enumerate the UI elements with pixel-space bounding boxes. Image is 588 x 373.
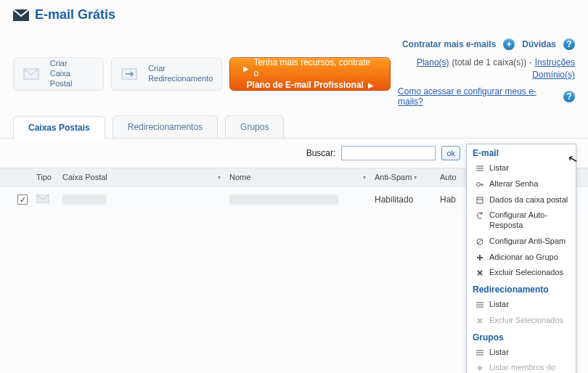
blurred-name (229, 194, 338, 205)
search-label: Buscar: (306, 148, 336, 158)
orange-line1: Tenha mais recursos, contrate o (253, 57, 377, 80)
reload-icon (475, 211, 484, 220)
menu-grupos-item-label: Listar membros do grupo (489, 363, 570, 373)
tab-caixas-postais[interactable]: Caixas Postais (13, 116, 105, 139)
sort-icon: ▾ (218, 174, 221, 181)
menu-section-email: E-mail (467, 144, 576, 160)
plus-icon (475, 364, 484, 372)
menu-email-item-0[interactable]: Listar (467, 160, 576, 176)
col-tipo[interactable]: Tipo (32, 173, 58, 181)
arrow-right-icon: ▶ (243, 64, 249, 73)
criar-caixa-line1: Criar (50, 59, 94, 69)
upgrade-plan-card[interactable]: ▶ Tenha mais recursos, contrate o Plano … (229, 57, 391, 91)
col-nome[interactable]: Nome▾ (225, 173, 370, 181)
block-icon (475, 237, 484, 246)
actions-row: Criar Caixa Postal Criar Redirecionament… (0, 57, 588, 111)
top-bar: Contratar mais e-mails + Dúvidas ? (0, 36, 588, 57)
menu-redir-item-label: Listar (489, 300, 570, 310)
menu-email-item-5[interactable]: Adicionar ao Grupo (467, 250, 576, 266)
menu-email-item-label: Adicionar ao Grupo (489, 253, 570, 263)
plus-icon (475, 253, 484, 262)
menu-email-item-label: Alterar Senha (489, 179, 570, 189)
menu-email-item-label: Listar (489, 163, 570, 173)
menu-section-redir: Redirecionamento (467, 281, 576, 297)
menu-redir-item-1: Excluir Selecionados (467, 313, 576, 329)
key-icon (475, 180, 484, 189)
como-acessar-link[interactable]: Como acessar e configurar meus e-mails? (398, 86, 560, 107)
search-input[interactable] (341, 146, 436, 160)
duvidas-label: Dúvidas (522, 39, 556, 49)
list-icon (475, 300, 484, 309)
page-title: E-mail Grátis (35, 7, 115, 22)
delete-icon (475, 269, 484, 277)
page-header: E-mail Grátis (0, 0, 588, 36)
envelope-add-icon (23, 64, 43, 84)
sort-icon: ▾ (414, 174, 417, 181)
menu-redir-item-0[interactable]: Listar (467, 297, 576, 313)
mail-icon (36, 195, 49, 205)
menu-grupos-item-label: Listar (489, 348, 570, 358)
col-anti-spam[interactable]: Anti-Spam▾ (370, 173, 436, 181)
menu-email-item-label: Configurar Anti-Spam (489, 237, 570, 247)
delete-icon (475, 316, 484, 325)
more-actions-menu: E-mail ListarAlterar SenhaDados da caixa… (466, 144, 576, 373)
row-checkbox[interactable] (17, 194, 28, 205)
svg-point-7 (477, 182, 481, 186)
right-links: Plano(s) (total de 1 caixa(s)) - Instruç… (398, 57, 575, 107)
arrow-right-icon: ▶ (368, 81, 374, 90)
criar-redir-card[interactable]: Criar Redirecionamento (111, 57, 222, 91)
tabs: Caixas Postais Redirecionamentos Grupos (0, 111, 588, 139)
help-icon[interactable]: ? (563, 38, 575, 50)
criar-redir-line1: Criar (148, 64, 213, 74)
menu-email-item-6[interactable]: Excluir Selecionados (467, 265, 576, 281)
menu-email-item-3[interactable]: Configurar Auto-Resposta (467, 208, 576, 234)
contratar-link[interactable]: Contratar mais e-mails (402, 39, 496, 49)
menu-grupos-item-0[interactable]: Listar (467, 345, 576, 361)
menu-redir-item-label: Excluir Selecionados (489, 316, 570, 326)
tab-grupos[interactable]: Grupos (225, 115, 284, 138)
orange-line2: Plano de E-mail Profissional (247, 80, 364, 91)
envelope-icon (13, 9, 29, 21)
menu-email-item-4[interactable]: Configurar Anti-Spam (467, 234, 576, 250)
col-caixa-postal[interactable]: Caixa Postal▾ (58, 173, 225, 181)
menu-email-item-2[interactable]: Dados da caixa postal (467, 192, 576, 208)
search-ok-button[interactable]: ok (441, 146, 460, 160)
menu-email-item-label: Dados da caixa postal (489, 195, 570, 205)
list-icon (475, 164, 484, 173)
menu-email-item-1[interactable]: Alterar Senha (467, 176, 576, 192)
sort-icon: ▾ (363, 174, 366, 181)
spam-status: Habilitado (370, 194, 436, 205)
total-caixas-text: (total de 1 caixa(s)) - (452, 57, 532, 67)
menu-email-item-label: Excluir Selecionados (489, 268, 570, 278)
criar-redir-line2: Redirecionamento (148, 74, 213, 84)
menu-grupos-item-1: Listar membros do grupo (467, 360, 576, 373)
blurred-email (62, 194, 106, 205)
criar-caixa-card[interactable]: Criar Caixa Postal (13, 57, 104, 91)
dominios-link[interactable]: Domínio(s) (532, 70, 575, 80)
list-icon (475, 348, 484, 357)
instrucoes-link[interactable]: Instruções (535, 57, 575, 67)
menu-email-item-label: Configurar Auto-Resposta (489, 210, 570, 231)
svg-line-13 (478, 239, 482, 244)
tab-redirecionamentos[interactable]: Redirecionamentos (113, 115, 218, 138)
redirect-icon (121, 64, 141, 84)
criar-caixa-line2: Caixa Postal (50, 69, 94, 89)
svg-rect-10 (477, 197, 483, 203)
planos-link[interactable]: Plano(s) (417, 57, 449, 67)
add-icon[interactable]: + (503, 38, 515, 50)
help-icon[interactable]: ? (563, 91, 575, 102)
menu-section-grupos: Grupos (467, 329, 576, 345)
data-icon (475, 196, 484, 205)
